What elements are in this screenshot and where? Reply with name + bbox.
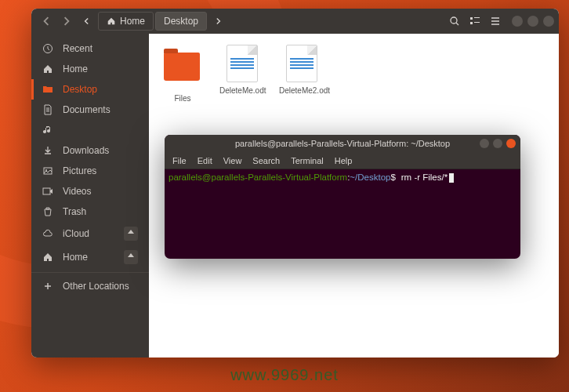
- path-forward-chevron[interactable]: [208, 12, 228, 31]
- document-icon: [283, 45, 321, 82]
- nav-back-button[interactable]: [36, 12, 56, 31]
- sidebar-item-label: Home: [63, 64, 88, 74]
- terminal-title: parallels@parallels-Parallels-Virtual-Pl…: [235, 139, 450, 148]
- terminal-content[interactable]: parallels@parallels-Parallels-Virtual-Pl…: [165, 169, 520, 259]
- cursor: [449, 173, 454, 183]
- svg-rect-2: [474, 17, 480, 18]
- sidebar: RecentHomeDesktopDocumentsDownloadsPictu…: [31, 34, 149, 358]
- breadcrumb-home[interactable]: Home: [98, 12, 154, 31]
- svg-rect-8: [43, 188, 50, 194]
- sidebar-item-trash[interactable]: Trash: [31, 201, 149, 222]
- terminal-maximize-button[interactable]: [493, 139, 502, 148]
- terminal-menu-terminal[interactable]: Terminal: [291, 156, 324, 165]
- sidebar-item-pictures[interactable]: Pictures: [31, 161, 149, 181]
- sidebar-item-label: Home: [63, 252, 88, 263]
- file-label: DeleteMe.odt: [219, 86, 265, 95]
- maximize-button[interactable]: [527, 16, 538, 27]
- search-button[interactable]: [444, 12, 465, 31]
- breadcrumb-current[interactable]: Desktop: [155, 12, 207, 31]
- minimize-button[interactable]: [512, 16, 523, 27]
- sidebar-item-videos[interactable]: Videos: [31, 181, 149, 201]
- terminal-minimize-button[interactable]: [480, 139, 489, 148]
- svg-rect-3: [470, 22, 473, 24]
- sidebar-item-label: Documents: [63, 104, 111, 115]
- sidebar-item-label: Pictures: [63, 165, 96, 176]
- sidebar-item-label: Recent: [63, 43, 92, 54]
- menu-button[interactable]: [485, 12, 506, 31]
- titlebar: Home Desktop: [31, 9, 559, 34]
- sidebar-item-label: iCloud: [63, 228, 89, 239]
- prompt-user: parallels@parallels-Parallels-Virtual-Pl…: [169, 172, 347, 182]
- watermark: www.9969.net: [230, 366, 339, 384]
- terminal-close-button[interactable]: [506, 139, 516, 148]
- sidebar-item-recent[interactable]: Recent: [31, 38, 149, 59]
- sidebar-item-home[interactable]: Home: [31, 59, 149, 79]
- sidebar-item-desktop[interactable]: Desktop: [31, 79, 149, 100]
- document-icon: [223, 45, 261, 82]
- sidebar-item-label: Trash: [63, 206, 86, 217]
- sidebar-item-other-locations[interactable]: Other Locations: [31, 276, 149, 296]
- nav-forward-button[interactable]: [56, 12, 77, 31]
- path-back-chevron[interactable]: [77, 12, 97, 31]
- file-item-deleteme-odt[interactable]: DeleteMe.odt: [219, 45, 265, 95]
- terminal-menu-help[interactable]: Help: [335, 156, 353, 165]
- eject-button[interactable]: [124, 250, 138, 264]
- sidebar-item-downloads[interactable]: Downloads: [31, 140, 149, 161]
- sidebar-item-icloud[interactable]: iCloud: [31, 222, 149, 245]
- svg-rect-4: [474, 22, 480, 23]
- sidebar-item-documents[interactable]: Documents: [31, 100, 149, 120]
- terminal-titlebar: parallels@parallels-Parallels-Virtual-Pl…: [165, 135, 520, 152]
- eject-button[interactable]: [124, 227, 138, 241]
- sidebar-item-label: Other Locations: [63, 281, 129, 292]
- sidebar-item-home[interactable]: Home: [31, 245, 149, 269]
- file-item-deleteme2-odt[interactable]: DeleteMe2.odt: [279, 45, 324, 95]
- file-label: Files: [160, 94, 205, 103]
- file-item-files[interactable]: Files: [160, 45, 205, 103]
- view-toggle-button[interactable]: [465, 12, 485, 31]
- breadcrumb-current-label: Desktop: [164, 16, 198, 27]
- terminal-command: rm -r Files/*: [401, 172, 448, 182]
- sidebar-item-label: Downloads: [63, 145, 109, 156]
- breadcrumb-home-label: Home: [120, 16, 145, 27]
- svg-rect-1: [470, 17, 473, 20]
- folder-icon: [164, 53, 201, 90]
- sidebar-item-label: Videos: [63, 186, 91, 197]
- prompt-path: ~/Desktop: [350, 172, 390, 182]
- file-label: DeleteMe2.odt: [279, 86, 324, 95]
- sidebar-item-label: Desktop: [63, 84, 97, 95]
- terminal-menu-view[interactable]: View: [223, 156, 242, 165]
- terminal-menu-search[interactable]: Search: [252, 156, 280, 165]
- terminal-menu-edit[interactable]: Edit: [198, 156, 212, 165]
- sidebar-item-music[interactable]: [31, 120, 149, 140]
- close-button[interactable]: [543, 16, 554, 27]
- terminal-menu-file[interactable]: File: [172, 156, 187, 165]
- terminal-menubar: FileEditViewSearchTerminalHelp: [165, 152, 520, 169]
- terminal-window: parallels@parallels-Parallels-Virtual-Pl…: [165, 135, 520, 259]
- svg-point-0: [451, 17, 457, 24]
